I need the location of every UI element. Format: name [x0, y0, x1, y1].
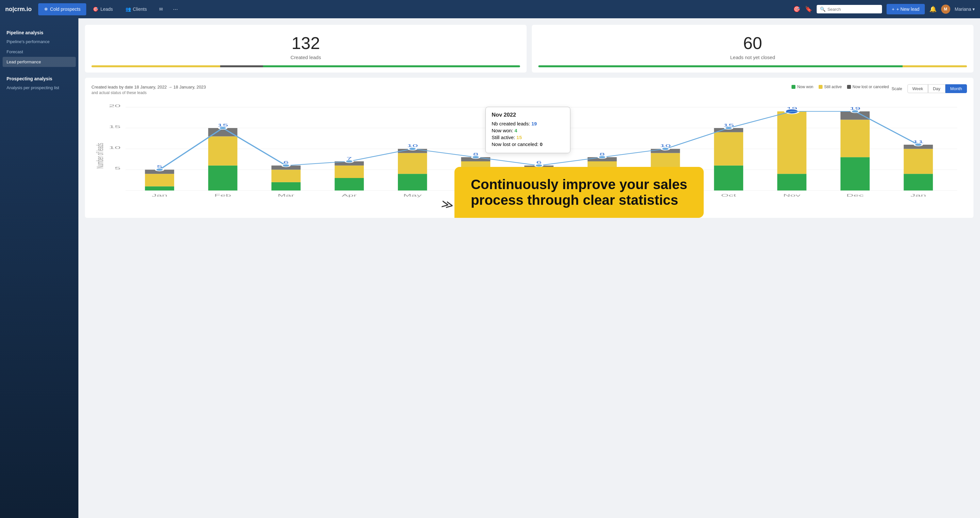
chart-title: Created leads by date 18 January, 2022 →…: [91, 84, 206, 89]
nav-more-button[interactable]: ···: [170, 3, 181, 15]
tooltip-value-active: 15: [517, 135, 522, 140]
plus-icon: +: [892, 6, 894, 12]
dot-apr: [345, 160, 353, 163]
bar-apr-active: [334, 165, 364, 178]
svg-text:20: 20: [109, 104, 121, 108]
search-input[interactable]: [827, 7, 879, 12]
promo-text: Continuously improve your salesprocess t…: [471, 177, 687, 208]
chart-legend: Now won Still active Now lost or cancele…: [792, 84, 889, 89]
bar-may-active: [398, 153, 427, 174]
dot-jun: [472, 156, 480, 159]
sidebar-section-prospecting: Prospecting analysis: [0, 73, 78, 83]
bar-may-won: [398, 174, 427, 191]
chart-controls: Now won Still active Now lost or cancele…: [792, 84, 967, 93]
dot-feb: [219, 127, 227, 130]
dot-jan2: [914, 143, 922, 146]
main-content: 132 Created leads 60 Leads not yet close…: [78, 18, 980, 518]
svg-text:Oct: Oct: [721, 194, 736, 198]
legend-lost: Now lost or canceled: [847, 84, 889, 89]
clients-icon: 👥: [126, 6, 131, 12]
tooltip-label-won: Now won:: [492, 128, 514, 133]
tooltip-row-created: Nb created leads: 19: [492, 121, 564, 126]
new-lead-label: + New lead: [896, 6, 919, 12]
scale-day-button[interactable]: Day: [928, 84, 945, 93]
snowflake-icon: ❄: [44, 6, 48, 12]
sidebar: Pipeline analysis Pipeline's performance…: [0, 18, 78, 518]
sidebar-item-lead-performance[interactable]: Lead performance: [3, 57, 76, 67]
legend-active: Still active: [819, 84, 842, 89]
nav-tab-clients[interactable]: 👥 Clients: [119, 3, 153, 15]
tooltip-value-created: 19: [531, 121, 537, 126]
dot-oct: [725, 127, 733, 130]
bar-green: [263, 65, 520, 67]
chart-card: Created leads by date 18 January, 2022 →…: [85, 78, 974, 218]
nav-tab-label: Clients: [133, 6, 147, 12]
nav-right: 🎯 🔖 🔍 + + New lead 🔔 M Mariana ▾: [793, 4, 975, 14]
tooltip-row-active: Still active: 15: [492, 135, 564, 140]
legend-lost-label: Now lost or canceled: [853, 84, 889, 89]
new-lead-button[interactable]: + + New lead: [886, 4, 925, 14]
bar-mar-won: [272, 182, 301, 191]
arrow-decoration: ≫: [440, 197, 455, 212]
bar-jan-active: [145, 174, 174, 186]
stat-card-created-leads: 132 Created leads: [85, 25, 527, 73]
svg-text:5: 5: [115, 166, 121, 170]
sidebar-item-prospecting-list[interactable]: Analysis per prospecting list: [0, 83, 78, 93]
svg-text:Jan: Jan: [910, 194, 926, 198]
sidebar-item-forecast[interactable]: Forecast: [0, 47, 78, 57]
stat-bar-not-closed: [538, 65, 967, 67]
legend-won: Now won: [792, 84, 813, 89]
svg-text:Jan: Jan: [151, 194, 167, 198]
nav-tab-cold-prospects[interactable]: ❄ Cold prospects: [38, 3, 86, 15]
scale-month-button[interactable]: Month: [945, 84, 967, 93]
sidebar-item-pipeline-performance[interactable]: Pipeline's performance: [0, 37, 78, 47]
scale-week-button[interactable]: Week: [907, 84, 928, 93]
tooltip-label-created: Nb created leads:: [492, 121, 531, 126]
stat-card-not-closed: 60 Leads not yet closed: [532, 25, 974, 73]
bar-yellow2: [902, 65, 967, 67]
svg-text:Nov: Nov: [783, 194, 801, 198]
chart-title-block: Created leads by date 18 January, 2022 →…: [91, 84, 206, 95]
svg-text:Dec: Dec: [846, 194, 864, 198]
stat-label-not-closed: Leads not yet closed: [538, 54, 967, 60]
tooltip-month: Nov 2022: [492, 112, 564, 118]
svg-text:Feb: Feb: [214, 194, 231, 198]
nav-tab-email[interactable]: ✉: [153, 3, 169, 15]
dot-dec: [851, 110, 859, 113]
tooltip-label-active: Still active:: [492, 135, 517, 140]
navbar: no|crm.io ❄ Cold prospects 🎯 Leads 👥 Cli…: [0, 0, 980, 18]
dot-jan: [156, 168, 164, 171]
bar-gray: [220, 65, 263, 67]
dot-aug: [598, 156, 606, 159]
nav-tab-leads[interactable]: 🎯 Leads: [87, 3, 119, 15]
search-box[interactable]: 🔍: [817, 5, 882, 13]
dot-mar: [282, 164, 290, 167]
stat-number-not-closed: 60: [538, 34, 967, 52]
chart-tooltip: Nov 2022 Nb created leads: 19 Now won: 4…: [485, 107, 570, 153]
promo-banner: ≫ Continuously improve your salesprocess…: [454, 167, 704, 218]
chart-header: Created leads by date 18 January, 2022 →…: [91, 84, 967, 95]
bar-dec-active: [840, 120, 870, 157]
user-name[interactable]: Mariana ▾: [955, 6, 975, 12]
stat-label-created: Created leads: [91, 54, 520, 60]
legend-active-label: Still active: [824, 84, 842, 89]
legend-active-dot: [819, 85, 822, 89]
target-nav-icon[interactable]: 🎯: [793, 6, 800, 13]
main-layout: Pipeline analysis Pipeline's performance…: [0, 18, 980, 518]
tooltip-row-won: Now won: 4: [492, 128, 564, 133]
target-icon: 🎯: [93, 6, 98, 12]
notification-icon[interactable]: 🔔: [929, 6, 937, 13]
stat-bar-created: [91, 65, 520, 67]
bookmark-icon[interactable]: 🔖: [805, 6, 812, 13]
svg-text:15: 15: [109, 125, 121, 129]
svg-text:10: 10: [109, 145, 121, 149]
bar-nov-active: [777, 111, 806, 174]
tooltip-label-lost: Now lost or canceled:: [492, 141, 540, 147]
legend-lost-dot: [847, 85, 851, 89]
tooltip-value-lost: 0: [540, 141, 542, 147]
bar-dec-won: [840, 157, 870, 191]
bar-oct-active: [714, 132, 743, 165]
nav-tab-label: Leads: [100, 6, 113, 12]
nav-tabs: ❄ Cold prospects 🎯 Leads 👥 Clients ✉ ···: [38, 3, 181, 15]
search-icon: 🔍: [820, 6, 826, 12]
